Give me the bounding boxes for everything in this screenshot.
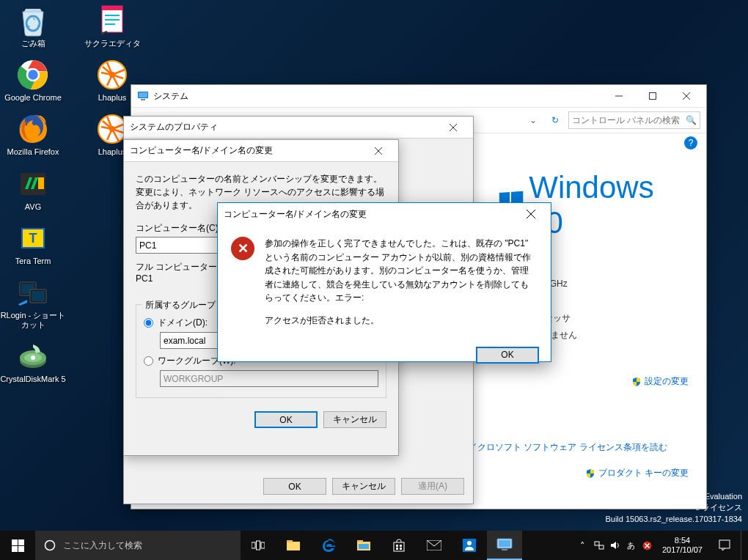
- search-placeholder: コントロール パネルの検索: [572, 114, 686, 127]
- close-button[interactable]: [514, 203, 548, 225]
- svg-rect-28: [141, 99, 145, 100]
- svg-rect-18: [102, 6, 122, 10]
- svg-rect-45: [257, 541, 260, 550]
- svg-rect-21: [105, 23, 115, 25]
- svg-point-59: [467, 541, 472, 545]
- svg-point-16: [31, 355, 35, 360]
- tray-volume-icon[interactable]: [608, 531, 623, 560]
- search-box[interactable]: コントロール パネルの検索 🔍: [568, 111, 700, 129]
- error-titlebar[interactable]: コンピューター名/ドメイン名の変更: [218, 203, 551, 225]
- svg-rect-54: [400, 545, 402, 547]
- props-ok-button[interactable]: OK: [263, 478, 326, 495]
- svg-rect-44: [252, 542, 255, 548]
- taskbar-app-explorer[interactable]: [276, 531, 311, 560]
- error-dialog: コンピューター名/ドメイン名の変更 ✕ 参加の操作を正しく完了できませんでした。…: [217, 202, 551, 362]
- svg-rect-50: [357, 540, 363, 542]
- props-titlebar[interactable]: システムのプロパティ: [124, 117, 473, 139]
- props-apply-button: 適用(A): [401, 478, 464, 495]
- cortana-icon: [44, 539, 56, 551]
- system-title: システム: [153, 90, 602, 103]
- workgroup-radio-input[interactable]: [144, 356, 153, 366]
- rename-titlebar[interactable]: コンピューター名/ドメイン名の変更: [124, 140, 398, 162]
- desktop-icon-label: ごみ箱: [0, 39, 66, 48]
- svg-text:T: T: [29, 231, 37, 246]
- full-name-value: PC1: [136, 273, 153, 284]
- search-placeholder: ここに入力して検索: [63, 539, 142, 552]
- svg-rect-47: [287, 542, 300, 550]
- taskbar: ここに入力して検索 ˄ あ 8:54 2017/10/07: [0, 531, 748, 560]
- svg-rect-39: [12, 539, 18, 545]
- svg-rect-53: [396, 545, 398, 547]
- desktop-icon-label: Tera Term: [0, 257, 66, 266]
- taskbar-app-people[interactable]: [452, 531, 487, 560]
- svg-rect-20: [105, 19, 120, 21]
- desktop-icon-label: AVG: [0, 202, 66, 212]
- error-title: コンピューター名/ドメイン名の変更: [224, 208, 514, 221]
- license-terms-link[interactable]: イクロソフト ソフトウェア ライセンス条項を読む: [469, 441, 667, 454]
- minimize-button[interactable]: [602, 85, 636, 107]
- svg-rect-61: [499, 540, 510, 547]
- computer-icon: [137, 90, 149, 102]
- props-cancel-button[interactable]: キャンセル: [332, 478, 395, 495]
- system-tray: ˄ あ 8:54 2017/10/07: [573, 531, 748, 560]
- desktop-icon-crystaldiskmark[interactable]: CrystalDiskMark 5: [0, 339, 66, 384]
- system-titlebar[interactable]: システム: [131, 85, 706, 107]
- taskbar-app-mail[interactable]: [417, 531, 452, 560]
- tray-ime-icon[interactable]: あ: [624, 531, 639, 560]
- help-button[interactable]: ?: [684, 136, 697, 150]
- desktop-icon-label: RLogin - ショートカット: [0, 311, 66, 330]
- desktop-icon-teraterm[interactable]: TTera Term: [0, 221, 66, 266]
- taskbar-app-fileexplorer[interactable]: [346, 531, 381, 560]
- svg-rect-12: [32, 291, 45, 301]
- taskbar-clock[interactable]: 8:54 2017/10/07: [656, 536, 708, 555]
- desktop-icon-chrome[interactable]: Google Chrome: [0, 57, 66, 103]
- domain-radio-input[interactable]: [144, 318, 153, 328]
- tray-error-icon[interactable]: [640, 531, 655, 560]
- maximize-button[interactable]: [636, 85, 670, 107]
- desktop-icon-recycle-bin[interactable]: ごみ箱: [0, 3, 66, 48]
- rename-ok-button[interactable]: OK: [254, 411, 318, 428]
- svg-rect-68: [719, 540, 730, 548]
- close-button[interactable]: [362, 140, 395, 162]
- refresh-button[interactable]: ↻: [546, 111, 564, 129]
- close-button[interactable]: [670, 85, 703, 107]
- address-dropdown[interactable]: ⌄: [524, 111, 542, 129]
- desktop-icon-firefox[interactable]: Mozilla Firefox: [0, 111, 66, 157]
- desktop-icon-label: サクラエディタ: [79, 39, 145, 48]
- product-key-link[interactable]: プロダクト キーの変更: [585, 467, 689, 479]
- tray-network-icon[interactable]: [592, 531, 606, 560]
- svg-rect-63: [595, 542, 599, 545]
- svg-rect-64: [599, 545, 604, 549]
- svg-rect-62: [502, 549, 507, 550]
- rename-cancel-button[interactable]: キャンセル: [323, 411, 386, 428]
- props-title: システムのプロパティ: [130, 121, 436, 133]
- svg-rect-52: [394, 542, 404, 551]
- svg-rect-46: [261, 542, 265, 548]
- svg-rect-27: [139, 92, 147, 97]
- close-button[interactable]: [436, 117, 470, 139]
- error-ok-button[interactable]: OK: [476, 347, 539, 364]
- desktop-icon-sakura[interactable]: サクラエディタ: [79, 3, 145, 48]
- taskbar-app-store[interactable]: [381, 531, 417, 560]
- taskbar-app-system[interactable]: [487, 531, 522, 560]
- tray-chevron[interactable]: ˄: [576, 531, 590, 560]
- desktop-icon-avg[interactable]: AVG: [0, 166, 66, 212]
- start-button[interactable]: [0, 531, 35, 560]
- shield-icon: [631, 377, 642, 387]
- desktop-icon-rlogin[interactable]: RLogin - ショートカット: [0, 275, 66, 330]
- svg-point-23: [109, 72, 115, 78]
- rename-title: コンピューター名/ドメイン名の変更: [130, 144, 362, 157]
- svg-rect-56: [400, 548, 402, 550]
- group-title: 所属するグループ: [142, 299, 219, 312]
- change-settings-link[interactable]: 設定の変更: [498, 375, 689, 388]
- show-desktop-button[interactable]: [741, 531, 745, 560]
- desktop-icon-label: CrystalDiskMark 5: [0, 375, 66, 384]
- taskbar-app-edge[interactable]: [311, 531, 346, 560]
- taskbar-search[interactable]: ここに入力して検索: [35, 531, 241, 560]
- search-icon: 🔍: [686, 115, 697, 125]
- svg-rect-55: [396, 548, 398, 550]
- task-view-button[interactable]: [241, 531, 276, 560]
- notification-button[interactable]: [710, 531, 739, 560]
- shield-icon: [585, 468, 595, 479]
- desktop-icon-label: Google Chrome: [0, 93, 66, 103]
